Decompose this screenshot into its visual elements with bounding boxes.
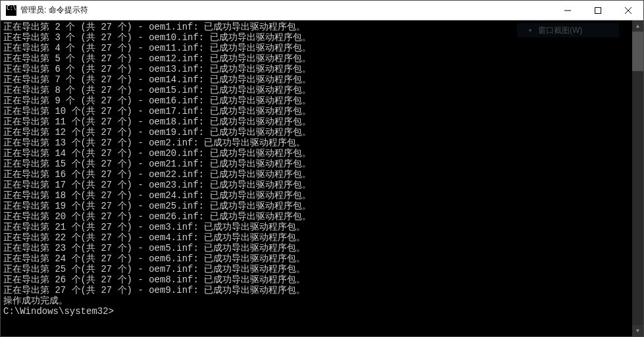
console-line: 正在导出第 20 个(共 27 个) - oem26.inf: 已成功导出驱动程… bbox=[3, 211, 641, 222]
maximize-button[interactable] bbox=[583, 1, 613, 20]
console-line: 正在导出第 12 个(共 27 个) - oem19.inf: 已成功导出驱动程… bbox=[3, 127, 641, 138]
console-line: 正在导出第 25 个(共 27 个) - oem7.inf: 已成功导出驱动程序… bbox=[3, 264, 641, 274]
vertical-scrollbar[interactable]: ▲ ▼ bbox=[632, 20, 643, 336]
console-line: 正在导出第 24 个(共 27 个) - oem6.inf: 已成功导出驱动程序… bbox=[3, 253, 641, 264]
console-line: 正在导出第 6 个 (共 27 个) - oem13.inf: 已成功导出驱动程… bbox=[3, 64, 641, 74]
console-line: 正在导出第 7 个 (共 27 个) - oem14.inf: 已成功导出驱动程… bbox=[3, 74, 641, 85]
console-line: 正在导出第 23 个(共 27 个) - oem5.inf: 已成功导出驱动程序… bbox=[3, 243, 641, 253]
console-line: 正在导出第 5 个 (共 27 个) - oem12.inf: 已成功导出驱动程… bbox=[3, 53, 641, 64]
overlay-menu-item[interactable]: 窗口截图(W) bbox=[517, 23, 619, 38]
console-line: 正在导出第 9 个 (共 27 个) - oem16.inf: 已成功导出驱动程… bbox=[3, 95, 641, 106]
console-line: 正在导出第 18 个(共 27 个) - oem24.inf: 已成功导出驱动程… bbox=[3, 190, 641, 201]
window-title: 管理员: 命令提示符 bbox=[20, 5, 88, 16]
console-line: 正在导出第 4 个 (共 27 个) - oem11.inf: 已成功导出驱动程… bbox=[3, 43, 641, 53]
console-line: 正在导出第 16 个(共 27 个) - oem22.inf: 已成功导出驱动程… bbox=[3, 169, 641, 180]
console-line: 正在导出第 26 个(共 27 个) - oem8.inf: 已成功导出驱动程序… bbox=[3, 274, 641, 285]
console-line: 正在导出第 14 个(共 27 个) - oem20.inf: 已成功导出驱动程… bbox=[3, 148, 641, 159]
console-line: 正在导出第 8 个 (共 27 个) - oem15.inf: 已成功导出驱动程… bbox=[3, 85, 641, 95]
console-line: 正在导出第 13 个(共 27 个) - oem2.inf: 已成功导出驱动程序… bbox=[3, 138, 641, 148]
svg-rect-1 bbox=[595, 7, 601, 13]
bullet-icon bbox=[529, 29, 532, 32]
console-line: 操作成功完成。 bbox=[3, 296, 641, 306]
console-line: 正在导出第 10 个(共 27 个) - oem17.inf: 已成功导出驱动程… bbox=[3, 106, 641, 117]
scroll-thumb[interactable] bbox=[632, 32, 643, 71]
console-line: 正在导出第 15 个(共 27 个) - oem21.inf: 已成功导出驱动程… bbox=[3, 159, 641, 169]
console-line: 正在导出第 17 个(共 27 个) - oem23.inf: 已成功导出驱动程… bbox=[3, 180, 641, 190]
console-line: C:\Windows\system32> bbox=[3, 306, 641, 317]
minimize-button[interactable] bbox=[553, 1, 583, 20]
scroll-down-button[interactable]: ▼ bbox=[632, 325, 643, 336]
console-line: 正在导出第 11 个(共 27 个) - oem18.inf: 已成功导出驱动程… bbox=[3, 117, 641, 127]
scroll-up-button[interactable]: ▲ bbox=[632, 20, 643, 32]
overlay-menu-label: 窗口截图(W) bbox=[538, 25, 582, 36]
titlebar[interactable]: 管理员: 命令提示符 bbox=[1, 1, 643, 20]
console-line: 正在导出第 19 个(共 27 个) - oem25.inf: 已成功导出驱动程… bbox=[3, 201, 641, 211]
command-prompt-window: 管理员: 命令提示符 正在导出第 2 个 (共 27 个) - oem1.inf… bbox=[0, 0, 644, 337]
close-button[interactable] bbox=[613, 1, 643, 20]
console-line: 正在导出第 22 个(共 27 个) - oem4.inf: 已成功导出驱动程序… bbox=[3, 232, 641, 243]
console-line: 正在导出第 21 个(共 27 个) - oem3.inf: 已成功导出驱动程序… bbox=[3, 222, 641, 232]
cmd-icon bbox=[6, 5, 16, 16]
console-line: 正在导出第 27 个(共 27 个) - oem9.inf: 已成功导出驱动程序… bbox=[3, 285, 641, 296]
console-output[interactable]: 正在导出第 2 个 (共 27 个) - oem1.inf: 已成功导出驱动程序… bbox=[1, 20, 643, 336]
